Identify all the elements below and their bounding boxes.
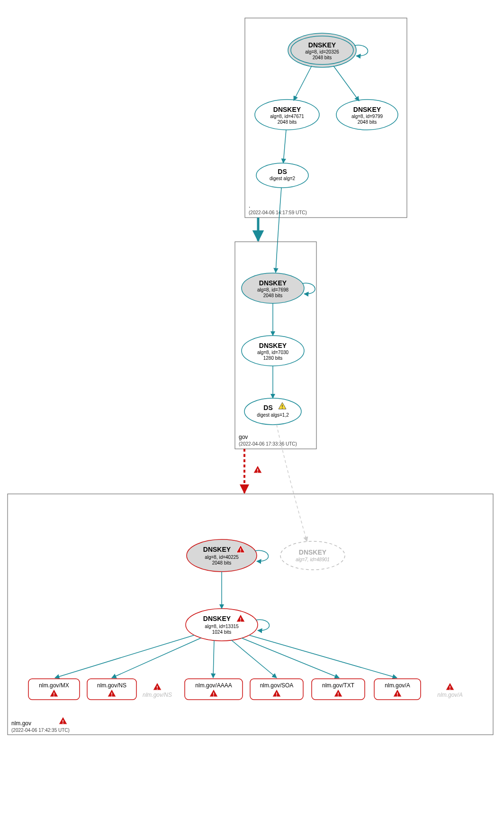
- svg-text:DNSKEY: DNSKEY: [203, 546, 231, 553]
- svg-text:nlm.gov/AAAA: nlm.gov/AAAA: [195, 682, 232, 689]
- zone-gov-time: (2022-04-06 17:33:36 UTC): [239, 441, 297, 447]
- zone-root-time: (2022-04-06 14:17:59 UTC): [249, 210, 307, 215]
- svg-text:nlm.gov/MX: nlm.gov/MX: [39, 682, 69, 689]
- svg-text:!: !: [240, 548, 241, 553]
- svg-text:2048 bits: 2048 bits: [358, 119, 377, 125]
- rr-txt[interactable]: nlm.gov/TXT !: [312, 679, 365, 700]
- svg-text:!: !: [240, 617, 241, 622]
- svg-text:DNSKEY: DNSKEY: [308, 41, 336, 49]
- svg-text:nlm.gov/A: nlm.gov/A: [437, 692, 462, 698]
- edge-root-ds-to-gov-ksk: [276, 188, 281, 273]
- svg-text:!: !: [53, 692, 54, 697]
- node-nlm-old[interactable]: DNSKEY alg=7, id=48901: [280, 541, 345, 570]
- svg-point-14: [256, 163, 308, 188]
- svg-text:DNSKEY: DNSKEY: [203, 615, 231, 622]
- rr-a-stale: ! nlm.gov/A: [437, 683, 462, 698]
- zone-root-name: .: [249, 202, 250, 209]
- rr-mx[interactable]: nlm.gov/MX !: [28, 679, 80, 700]
- svg-text:alg=8, id=7698: alg=8, id=7698: [257, 287, 289, 292]
- zone-nlm: nlm.gov (2022-04-06 17:42:35 UTC) ! DNSK…: [8, 494, 493, 735]
- node-root-zsk2[interactable]: DNSKEY alg=8, id=9799 2048 bits: [336, 100, 398, 130]
- warning-icon: !: [253, 465, 262, 474]
- svg-text:!: !: [337, 692, 339, 697]
- svg-text:alg=8, id=13315: alg=8, id=13315: [205, 624, 239, 629]
- warning-icon: !: [153, 683, 162, 691]
- svg-text:!: !: [156, 685, 158, 691]
- zone-nlm-time: (2022-04-06 17:42:35 UTC): [11, 728, 70, 733]
- svg-rect-31: [8, 494, 493, 735]
- svg-text:DNSKEY: DNSKEY: [299, 548, 327, 556]
- node-root-zsk1[interactable]: DNSKEY alg=8, id=47671 2048 bits: [255, 100, 319, 130]
- node-gov-ksk[interactable]: DNSKEY alg=8, id=7698 2048 bits: [242, 273, 304, 303]
- svg-text:2048 bits: 2048 bits: [212, 560, 232, 565]
- svg-text:!: !: [62, 720, 63, 725]
- rr-soa[interactable]: nlm.gov/SOA !: [250, 679, 303, 700]
- node-gov-zsk[interactable]: DNSKEY alg=8, id=7030 1280 bits: [242, 336, 304, 366]
- svg-text:DNSKEY: DNSKEY: [353, 106, 381, 113]
- svg-text:DS: DS: [263, 404, 272, 411]
- svg-text:nlm.gov/A: nlm.gov/A: [385, 682, 410, 689]
- svg-text:DS: DS: [278, 168, 287, 175]
- rr-ns-stale: ! nlm.gov/NS: [143, 683, 172, 698]
- zone-nlm-name: nlm.gov: [11, 720, 31, 727]
- svg-text:alg=8, id=47671: alg=8, id=47671: [270, 114, 304, 119]
- svg-text:DNSKEY: DNSKEY: [273, 106, 301, 113]
- svg-text:2048 bits: 2048 bits: [313, 55, 332, 60]
- svg-text:digest algs=1,2: digest algs=1,2: [257, 412, 289, 418]
- svg-text:1280 bits: 1280 bits: [263, 356, 283, 361]
- node-root-ksk[interactable]: DNSKEY alg=8, id=20326 2048 bits: [288, 33, 356, 67]
- zone-gov-name: gov: [239, 434, 248, 440]
- dnssec-graph: . (2022-04-06 14:17:59 UTC) DNSKEY alg=8…: [0, 0, 504, 839]
- rr-aaaa[interactable]: nlm.gov/AAAA !: [185, 679, 243, 700]
- svg-text:nlm.gov/TXT: nlm.gov/TXT: [322, 682, 355, 689]
- svg-text:!: !: [276, 692, 277, 697]
- svg-text:2048 bits: 2048 bits: [278, 119, 297, 125]
- svg-text:alg=7, id=48901: alg=7, id=48901: [296, 557, 330, 562]
- svg-text:nlm.gov/NS: nlm.gov/NS: [143, 692, 172, 698]
- svg-text:1024 bits: 1024 bits: [212, 629, 232, 635]
- svg-text:!: !: [213, 692, 214, 697]
- warning-icon: !: [59, 717, 67, 725]
- svg-text:!: !: [449, 685, 450, 691]
- svg-text:nlm.gov/NS: nlm.gov/NS: [97, 682, 126, 689]
- svg-text:digest alg=2: digest alg=2: [270, 176, 296, 181]
- node-nlm-zsk[interactable]: DNSKEY alg=8, id=13315 1024 bits !: [186, 609, 258, 641]
- rr-ns[interactable]: nlm.gov/NS !: [87, 679, 136, 700]
- svg-text:!: !: [396, 692, 398, 697]
- svg-text:DNSKEY: DNSKEY: [259, 342, 287, 349]
- svg-text:!: !: [281, 404, 283, 410]
- svg-point-26: [244, 398, 301, 425]
- node-gov-ds[interactable]: DS digest algs=1,2 !: [244, 398, 301, 425]
- svg-text:DNSKEY: DNSKEY: [259, 279, 287, 287]
- node-root-ds[interactable]: DS digest alg=2: [256, 163, 308, 188]
- rr-a[interactable]: nlm.gov/A !: [374, 679, 421, 700]
- svg-text:nlm.gov/SOA: nlm.gov/SOA: [260, 682, 294, 689]
- svg-text:alg=8, id=9799: alg=8, id=9799: [351, 114, 383, 119]
- node-nlm-ksk[interactable]: DNSKEY alg=8, id=40225 2048 bits !: [187, 539, 257, 572]
- svg-text:2048 bits: 2048 bits: [263, 293, 283, 298]
- svg-text:alg=8, id=20326: alg=8, id=20326: [305, 49, 339, 55]
- zone-gov: gov (2022-04-06 17:33:36 UTC) DNSKEY alg…: [235, 242, 316, 449]
- svg-text:!: !: [257, 468, 258, 474]
- zone-root: . (2022-04-06 14:17:59 UTC) DNSKEY alg=8…: [245, 18, 407, 218]
- svg-text:alg=8, id=7030: alg=8, id=7030: [257, 350, 289, 355]
- svg-text:alg=8, id=40225: alg=8, id=40225: [205, 555, 239, 560]
- svg-text:!: !: [111, 692, 112, 697]
- warning-icon: !: [446, 683, 454, 691]
